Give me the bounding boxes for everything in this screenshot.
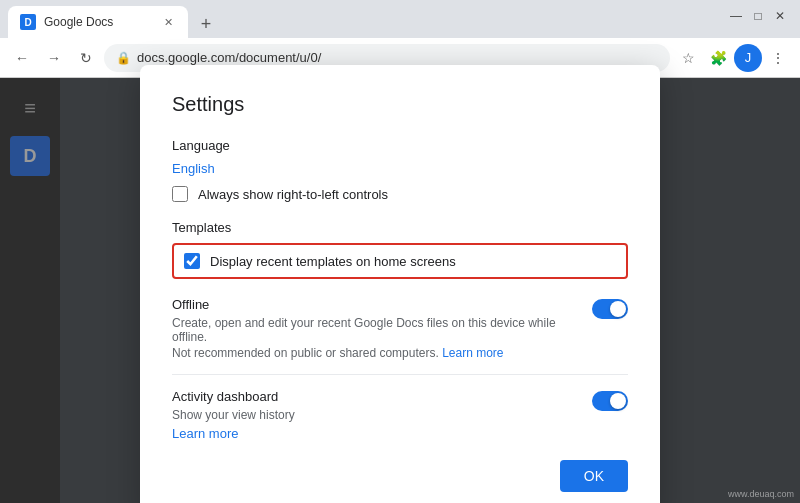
language-link[interactable]: English (172, 161, 628, 176)
activity-section: Activity dashboard Show your view histor… (172, 389, 628, 442)
templates-section: Templates Display recent templates on ho… (172, 220, 628, 279)
activity-info: Activity dashboard Show your view histor… (172, 389, 576, 442)
new-tab-button[interactable]: + (192, 10, 220, 38)
back-button[interactable]: ← (8, 44, 36, 72)
ok-button[interactable]: OK (560, 460, 628, 492)
offline-title: Offline (172, 297, 576, 312)
language-section-label: Language (172, 138, 628, 153)
tab-title-label: Google Docs (44, 15, 152, 29)
browser-content: ≡ D Settings Language English Always sho… (0, 78, 800, 503)
offline-desc: Create, open and edit your recent Google… (172, 316, 576, 344)
tab-close-button[interactable]: ✕ (160, 14, 176, 30)
settings-modal: Settings Language English Always show ri… (140, 65, 660, 503)
maximize-button[interactable]: □ (750, 8, 766, 24)
modal-footer: OK (172, 460, 628, 492)
activity-title: Activity dashboard (172, 389, 576, 404)
more-menu-button[interactable]: ⋮ (764, 44, 792, 72)
templates-checkbox[interactable] (184, 253, 200, 269)
activity-toggle[interactable] (592, 391, 628, 411)
close-button[interactable]: ✕ (772, 8, 788, 24)
modal-title: Settings (172, 93, 628, 116)
profile-avatar[interactable]: J (734, 44, 762, 72)
lock-icon: 🔒 (116, 51, 131, 65)
rtl-checkbox[interactable] (172, 186, 188, 202)
offline-info: Offline Create, open and edit your recen… (172, 297, 576, 360)
forward-button[interactable]: → (40, 44, 68, 72)
extensions-button[interactable]: 🧩 (704, 44, 732, 72)
templates-section-label: Templates (172, 220, 628, 235)
browser-frame: D Google Docs ✕ + — □ ✕ ← → ↻ 🔒 docs.goo… (0, 0, 800, 503)
section-divider (172, 374, 628, 375)
modal-overlay: Settings Language English Always show ri… (0, 78, 800, 503)
offline-warning: Not recommended on public or shared comp… (172, 346, 576, 360)
address-bar-right: ☆ 🧩 J ⋮ (674, 44, 792, 72)
watermark: www.deuaq.com (728, 489, 794, 499)
bookmark-button[interactable]: ☆ (674, 44, 702, 72)
templates-checkbox-label[interactable]: Display recent templates on home screens (210, 254, 456, 269)
activity-desc: Show your view history (172, 408, 576, 422)
reload-button[interactable]: ↻ (72, 44, 100, 72)
url-text: docs.google.com/document/u/0/ (137, 50, 321, 65)
rtl-checkbox-label[interactable]: Always show right-to-left controls (198, 187, 388, 202)
offline-learn-more-link[interactable]: Learn more (442, 346, 503, 360)
minimize-button[interactable]: — (728, 8, 744, 24)
activity-learn-more-link[interactable]: Learn more (172, 426, 238, 441)
templates-checkbox-row: Display recent templates on home screens (172, 243, 628, 279)
window-controls: — □ ✕ (728, 8, 788, 24)
offline-toggle[interactable] (592, 299, 628, 319)
rtl-checkbox-row: Always show right-to-left controls (172, 186, 628, 202)
offline-section: Offline Create, open and edit your recen… (172, 297, 628, 360)
tab-favicon: D (20, 14, 36, 30)
browser-tab[interactable]: D Google Docs ✕ (8, 6, 188, 38)
